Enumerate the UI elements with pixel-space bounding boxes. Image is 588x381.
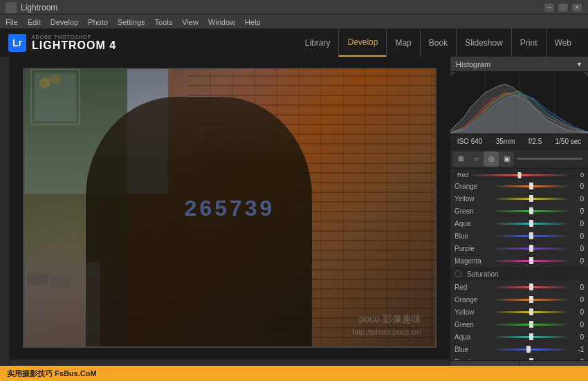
sat-aqua-row: Aqua 0 bbox=[450, 331, 588, 343]
menu-settings[interactable]: Settings bbox=[118, 18, 145, 26]
tab-web[interactable]: Web bbox=[546, 29, 580, 57]
sat-purple-row: Purple 0 bbox=[450, 355, 588, 360]
svg-rect-10 bbox=[52, 277, 71, 288]
menu-edit[interactable]: Edit bbox=[28, 18, 41, 26]
hue-label: Red bbox=[457, 171, 469, 178]
grid-tool-icon[interactable]: ⊞ bbox=[453, 151, 468, 167]
url-watermark: http://photo.poco.cn/ bbox=[352, 328, 421, 336]
close-button[interactable]: ✕ bbox=[571, 3, 582, 12]
status-bar: 实用摄影技巧 FsBus.CoM bbox=[0, 366, 588, 381]
lr-title-block: ADOBE PHOTOSHOP LIGHTROOM 4 bbox=[32, 35, 116, 52]
menu-view[interactable]: View bbox=[182, 18, 199, 26]
hue-section-header: Red 0 bbox=[450, 169, 588, 180]
maximize-button[interactable]: □ bbox=[558, 3, 569, 12]
left-sidebar bbox=[0, 57, 10, 381]
minimize-button[interactable]: ─ bbox=[544, 3, 555, 12]
iso-value: ISO 640 bbox=[457, 138, 483, 145]
saturation-label: Saturation bbox=[467, 270, 499, 278]
aperture-value: f/2.5 bbox=[529, 138, 542, 145]
saturation-toggle[interactable] bbox=[454, 270, 461, 277]
menu-photo[interactable]: Photo bbox=[88, 18, 108, 26]
tab-print[interactable]: Print bbox=[511, 29, 546, 57]
histogram-chart bbox=[450, 72, 588, 134]
hue-aqua-row: Aqua 0 bbox=[450, 217, 588, 230]
right-panel: Histogram ▼ bbox=[450, 57, 588, 381]
adobe-label: ADOBE PHOTOSHOP bbox=[32, 35, 116, 39]
photo-container: 265739 poco 影像趣味 http://photo.poco.cn/ bbox=[10, 57, 450, 359]
menu-tools[interactable]: Tools bbox=[155, 18, 173, 26]
watermark: 265739 bbox=[185, 195, 275, 221]
nav-tabs: Library Develop Map Book Slideshow Print… bbox=[297, 29, 580, 57]
svg-point-3 bbox=[50, 75, 60, 84]
photo-area: 265739 poco 影像趣味 http://photo.poco.cn/ Y… bbox=[10, 57, 450, 381]
window-controls[interactable]: ─ □ ✕ bbox=[544, 3, 582, 12]
tab-slideshow[interactable]: Slideshow bbox=[456, 29, 511, 57]
sat-red-row: Red 0 bbox=[450, 281, 588, 293]
tab-library[interactable]: Library bbox=[297, 29, 339, 57]
title-bar: Lightroom ─ □ ✕ bbox=[0, 0, 588, 15]
saturation-header[interactable]: Saturation bbox=[450, 267, 588, 281]
menu-develop[interactable]: Develop bbox=[50, 18, 78, 26]
sat-orange-row: Orange 0 bbox=[450, 293, 588, 306]
hue-green-row: Green 0 bbox=[450, 205, 588, 217]
menu-window[interactable]: Window bbox=[208, 18, 235, 26]
hue-yellow-row: Yellow 0 bbox=[450, 192, 588, 205]
menu-file[interactable]: File bbox=[6, 18, 18, 26]
histogram bbox=[450, 72, 588, 134]
tool-row: ⊞ ○ ◎ ▣ bbox=[450, 149, 588, 169]
menu-bar: File Edit Develop Photo Settings Tools V… bbox=[0, 15, 588, 29]
sat-yellow-row: Yellow 0 bbox=[450, 306, 588, 318]
window-title: Lightroom bbox=[21, 3, 57, 12]
hue-magenta-row: Magenta 0 bbox=[450, 254, 588, 267]
shutter-value: 1/50 sec bbox=[555, 138, 582, 145]
product-name: LIGHTROOM 4 bbox=[32, 39, 116, 52]
app-icon bbox=[6, 2, 17, 13]
hue-purple-row: Purple 0 bbox=[450, 242, 588, 254]
panel-header: Histogram ▼ bbox=[450, 57, 588, 72]
tab-map[interactable]: Map bbox=[386, 29, 419, 57]
svg-rect-9 bbox=[28, 273, 48, 286]
hue-orange-row: Orange 0 bbox=[450, 180, 588, 192]
circle-tool-icon[interactable]: ○ bbox=[468, 151, 484, 167]
poco-watermark: poco 影像趣味 bbox=[359, 313, 421, 326]
tool-slider[interactable] bbox=[517, 158, 582, 160]
top-nav: Lr ADOBE PHOTOSHOP LIGHTROOM 4 Library D… bbox=[0, 29, 588, 57]
main-content: 265739 poco 影像趣味 http://photo.poco.cn/ Y… bbox=[0, 57, 588, 381]
hue-blue-row: Blue 0 bbox=[450, 230, 588, 242]
panel-arrow-icon[interactable]: ▼ bbox=[576, 61, 582, 68]
app-logo: Lr ADOBE PHOTOSHOP LIGHTROOM 4 bbox=[8, 34, 116, 52]
focal-value: 35mm bbox=[496, 138, 515, 145]
split-tool-icon[interactable]: ▣ bbox=[499, 151, 514, 167]
camera-info: ISO 640 35mm f/2.5 1/50 sec bbox=[450, 134, 588, 149]
tab-book[interactable]: Book bbox=[420, 29, 456, 57]
photo-frame: 265739 poco 影像趣味 http://photo.poco.cn/ bbox=[23, 68, 437, 348]
panel-title: Histogram bbox=[456, 60, 490, 68]
lr-badge: Lr bbox=[8, 34, 26, 52]
target-tool-icon[interactable]: ◎ bbox=[484, 151, 499, 167]
sat-green-row: Green 0 bbox=[450, 318, 588, 331]
title-bar-left: Lightroom bbox=[6, 2, 57, 13]
tab-develop[interactable]: Develop bbox=[338, 29, 386, 57]
status-text: 实用摄影技巧 FsBus.CoM bbox=[7, 369, 97, 379]
sat-blue-row: Blue -1 bbox=[450, 343, 588, 355]
hsl-section: Red 0 Orange 0 Yellow 0 bbox=[450, 169, 588, 360]
svg-point-2 bbox=[39, 77, 50, 89]
menu-help[interactable]: Help bbox=[245, 18, 261, 26]
